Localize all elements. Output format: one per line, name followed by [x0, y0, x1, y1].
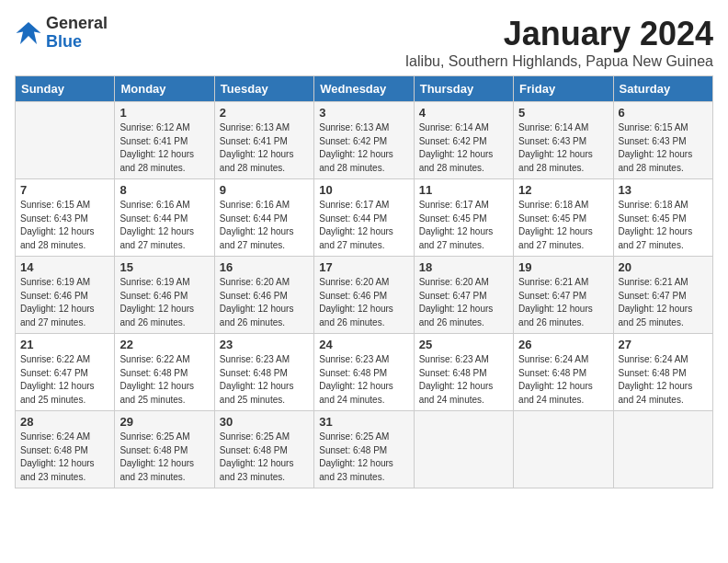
day-info: Sunrise: 6:13 AM Sunset: 6:41 PM Dayligh… — [220, 121, 309, 175]
day-number: 13 — [619, 183, 708, 197]
calendar-cell: 29Sunrise: 6:25 AM Sunset: 6:48 PM Dayli… — [115, 411, 214, 488]
day-info: Sunrise: 6:23 AM Sunset: 6:48 PM Dayligh… — [319, 353, 408, 407]
day-number: 6 — [619, 106, 708, 120]
calendar-cell — [16, 102, 115, 179]
calendar-cell: 26Sunrise: 6:24 AM Sunset: 6:48 PM Dayli… — [514, 334, 613, 411]
day-number: 18 — [419, 260, 508, 274]
day-number: 9 — [220, 183, 309, 197]
calendar-cell: 13Sunrise: 6:18 AM Sunset: 6:45 PM Dayli… — [613, 179, 712, 257]
day-info: Sunrise: 6:22 AM Sunset: 6:47 PM Dayligh… — [20, 353, 109, 407]
logo: General Blue — [15, 15, 108, 52]
calendar-cell: 9Sunrise: 6:16 AM Sunset: 6:44 PM Daylig… — [214, 179, 313, 257]
day-info: Sunrise: 6:16 AM Sunset: 6:44 PM Dayligh… — [220, 199, 309, 252]
calendar-cell: 17Sunrise: 6:20 AM Sunset: 6:46 PM Dayli… — [314, 257, 414, 334]
day-number: 23 — [220, 338, 309, 351]
calendar-cell: 14Sunrise: 6:19 AM Sunset: 6:46 PM Dayli… — [16, 257, 115, 334]
week-row-4: 21Sunrise: 6:22 AM Sunset: 6:47 PM Dayli… — [16, 334, 713, 411]
day-info: Sunrise: 6:23 AM Sunset: 6:48 PM Dayligh… — [419, 353, 508, 407]
calendar-cell: 5Sunrise: 6:14 AM Sunset: 6:43 PM Daylig… — [514, 102, 613, 179]
location-subtitle: Ialibu, Southern Highlands, Papua New Gu… — [405, 53, 713, 70]
day-info: Sunrise: 6:24 AM Sunset: 6:48 PM Dayligh… — [20, 431, 109, 484]
day-number: 21 — [20, 338, 109, 351]
day-info: Sunrise: 6:19 AM Sunset: 6:46 PM Dayligh… — [119, 276, 209, 329]
day-info: Sunrise: 6:24 AM Sunset: 6:48 PM Dayligh… — [619, 353, 708, 407]
calendar-cell: 4Sunrise: 6:14 AM Sunset: 6:42 PM Daylig… — [414, 102, 513, 179]
calendar-cell: 12Sunrise: 6:18 AM Sunset: 6:45 PM Dayli… — [514, 179, 613, 257]
header-thursday: Thursday — [414, 76, 513, 102]
calendar-cell: 22Sunrise: 6:22 AM Sunset: 6:48 PM Dayli… — [115, 334, 214, 411]
calendar-cell: 1Sunrise: 6:12 AM Sunset: 6:41 PM Daylig… — [115, 102, 214, 179]
week-row-3: 14Sunrise: 6:19 AM Sunset: 6:46 PM Dayli… — [16, 257, 713, 334]
calendar-cell: 8Sunrise: 6:16 AM Sunset: 6:44 PM Daylig… — [115, 179, 214, 257]
day-info: Sunrise: 6:16 AM Sunset: 6:44 PM Dayligh… — [119, 199, 209, 252]
day-info: Sunrise: 6:17 AM Sunset: 6:44 PM Dayligh… — [319, 199, 408, 252]
calendar-cell: 23Sunrise: 6:23 AM Sunset: 6:48 PM Dayli… — [214, 334, 313, 411]
calendar-cell — [514, 411, 613, 488]
week-row-2: 7Sunrise: 6:15 AM Sunset: 6:43 PM Daylig… — [16, 179, 713, 257]
day-number: 10 — [319, 183, 408, 197]
day-number: 20 — [619, 260, 708, 274]
logo-icon — [15, 19, 42, 47]
header-sunday: Sunday — [16, 76, 115, 102]
month-title: January 2024 — [405, 15, 713, 53]
day-number: 22 — [119, 338, 209, 351]
day-info: Sunrise: 6:14 AM Sunset: 6:43 PM Dayligh… — [518, 121, 608, 175]
header-saturday: Saturday — [613, 76, 712, 102]
day-info: Sunrise: 6:23 AM Sunset: 6:48 PM Dayligh… — [220, 353, 309, 407]
logo-blue: Blue — [46, 33, 108, 52]
day-info: Sunrise: 6:19 AM Sunset: 6:46 PM Dayligh… — [20, 276, 109, 329]
calendar-cell: 16Sunrise: 6:20 AM Sunset: 6:46 PM Dayli… — [214, 257, 313, 334]
day-number: 11 — [419, 183, 508, 197]
day-info: Sunrise: 6:25 AM Sunset: 6:48 PM Dayligh… — [119, 431, 209, 484]
calendar-cell: 18Sunrise: 6:20 AM Sunset: 6:47 PM Dayli… — [414, 257, 513, 334]
calendar-cell — [613, 411, 712, 488]
day-number: 8 — [119, 183, 209, 197]
page-header: General Blue January 2024 Ialibu, Southe… — [15, 15, 713, 70]
day-info: Sunrise: 6:25 AM Sunset: 6:48 PM Dayligh… — [220, 431, 309, 484]
day-number: 30 — [220, 415, 309, 429]
day-info: Sunrise: 6:21 AM Sunset: 6:47 PM Dayligh… — [619, 276, 708, 329]
calendar-table: SundayMondayTuesdayWednesdayThursdayFrid… — [15, 75, 713, 488]
day-number: 12 — [518, 183, 608, 197]
day-number: 19 — [518, 260, 608, 274]
calendar-cell: 6Sunrise: 6:15 AM Sunset: 6:43 PM Daylig… — [613, 102, 712, 179]
calendar-cell: 10Sunrise: 6:17 AM Sunset: 6:44 PM Dayli… — [314, 179, 414, 257]
logo-text: General Blue — [46, 15, 108, 52]
day-number: 28 — [20, 415, 109, 429]
day-number: 17 — [319, 260, 408, 274]
day-number: 26 — [518, 338, 608, 351]
calendar-cell: 11Sunrise: 6:17 AM Sunset: 6:45 PM Dayli… — [414, 179, 513, 257]
calendar-cell: 19Sunrise: 6:21 AM Sunset: 6:47 PM Dayli… — [514, 257, 613, 334]
header-tuesday: Tuesday — [214, 76, 313, 102]
day-number: 27 — [619, 338, 708, 351]
calendar-header-row: SundayMondayTuesdayWednesdayThursdayFrid… — [16, 76, 713, 102]
calendar-cell — [414, 411, 513, 488]
header-wednesday: Wednesday — [314, 76, 414, 102]
day-info: Sunrise: 6:20 AM Sunset: 6:46 PM Dayligh… — [220, 276, 309, 329]
day-info: Sunrise: 6:13 AM Sunset: 6:42 PM Dayligh… — [319, 121, 408, 175]
header-friday: Friday — [514, 76, 613, 102]
calendar-cell: 24Sunrise: 6:23 AM Sunset: 6:48 PM Dayli… — [314, 334, 414, 411]
day-info: Sunrise: 6:18 AM Sunset: 6:45 PM Dayligh… — [619, 199, 708, 252]
day-info: Sunrise: 6:20 AM Sunset: 6:46 PM Dayligh… — [319, 276, 408, 329]
day-info: Sunrise: 6:21 AM Sunset: 6:47 PM Dayligh… — [518, 276, 608, 329]
day-number: 25 — [419, 338, 508, 351]
day-info: Sunrise: 6:25 AM Sunset: 6:48 PM Dayligh… — [319, 431, 408, 484]
day-info: Sunrise: 6:15 AM Sunset: 6:43 PM Dayligh… — [20, 199, 109, 252]
svg-marker-0 — [17, 22, 41, 44]
week-row-1: 1Sunrise: 6:12 AM Sunset: 6:41 PM Daylig… — [16, 102, 713, 179]
header-monday: Monday — [115, 76, 214, 102]
calendar-cell: 31Sunrise: 6:25 AM Sunset: 6:48 PM Dayli… — [314, 411, 414, 488]
calendar-cell: 2Sunrise: 6:13 AM Sunset: 6:41 PM Daylig… — [214, 102, 313, 179]
day-info: Sunrise: 6:24 AM Sunset: 6:48 PM Dayligh… — [518, 353, 608, 407]
calendar-cell: 28Sunrise: 6:24 AM Sunset: 6:48 PM Dayli… — [16, 411, 115, 488]
calendar-cell: 27Sunrise: 6:24 AM Sunset: 6:48 PM Dayli… — [613, 334, 712, 411]
day-info: Sunrise: 6:20 AM Sunset: 6:47 PM Dayligh… — [419, 276, 508, 329]
day-info: Sunrise: 6:22 AM Sunset: 6:48 PM Dayligh… — [119, 353, 209, 407]
day-number: 5 — [518, 106, 608, 120]
day-info: Sunrise: 6:17 AM Sunset: 6:45 PM Dayligh… — [419, 199, 508, 252]
calendar-cell: 30Sunrise: 6:25 AM Sunset: 6:48 PM Dayli… — [214, 411, 313, 488]
day-number: 15 — [119, 260, 209, 274]
day-number: 3 — [319, 106, 408, 120]
day-info: Sunrise: 6:15 AM Sunset: 6:43 PM Dayligh… — [619, 121, 708, 175]
